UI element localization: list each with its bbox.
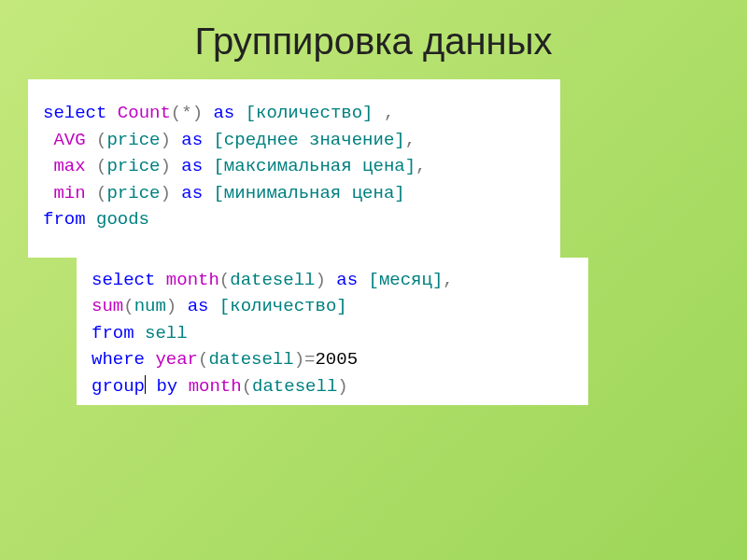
kw-as: as [176,296,219,316]
kw-from: from [43,209,86,230]
alias: [количество] [246,103,384,123]
fn-month: month [155,270,218,290]
col: price [106,156,160,176]
alias: [максимальная цена] [213,156,416,176]
col: datesell [252,376,337,397]
col: datesell [230,270,315,290]
kw-as: as [171,183,214,203]
kw-as: as [326,270,369,290]
fn-year: year [145,349,198,370]
paren: ( [96,156,106,176]
slide-title: Группировка данных [0,0,747,63]
fn-count: Count [106,103,170,123]
paren: ( [242,376,252,397]
alias: [месяц] [368,270,443,290]
kw-by: by [146,376,177,397]
paren: ( [96,183,106,203]
paren: ) [160,156,170,176]
paren: ) [160,130,170,150]
paren: ( [198,349,208,370]
paren: ( [171,103,181,123]
fn-max: max [43,156,96,176]
comma: , [405,130,416,150]
comma: , [443,270,453,290]
fn-avg: AVG [43,130,96,150]
paren: ( [123,296,134,316]
col: price [106,183,160,203]
col: price [106,130,160,150]
paren: ) [166,296,176,316]
paren: ) [315,270,325,290]
paren: ) [192,103,203,123]
kw-as: as [171,156,214,176]
kw-as: as [171,130,214,150]
star: * [181,103,191,123]
fn-sum: sum [92,296,123,316]
code-block-2: select month(datesell) as [месяц], sum(n… [77,258,588,406]
code-block-1: select Count(*) as [количество] , AVG (p… [28,79,560,258]
kw-from: from [92,323,134,343]
alias: [количество] [219,296,347,316]
col: num [134,296,166,316]
comma: , [416,156,426,176]
fn-month: month [177,376,241,397]
table: goods [86,209,149,230]
table: sell [134,323,188,343]
kw-select: select [92,270,155,290]
comma: , [384,103,394,123]
paren: ( [96,130,106,150]
kw-select: select [43,103,106,123]
alias: [среднее значение] [213,130,404,150]
paren: ) [160,183,170,203]
col: datesell [208,349,293,370]
kw-as: as [203,103,246,123]
paren: ( [219,270,230,290]
fn-min: min [43,183,96,203]
paren-eq: )= [294,349,316,370]
kw-where: where [92,349,145,370]
literal: 2005 [315,349,358,370]
kw-group: group [92,376,145,397]
paren: ) [337,376,347,397]
alias: [минимальная цена] [213,183,404,203]
